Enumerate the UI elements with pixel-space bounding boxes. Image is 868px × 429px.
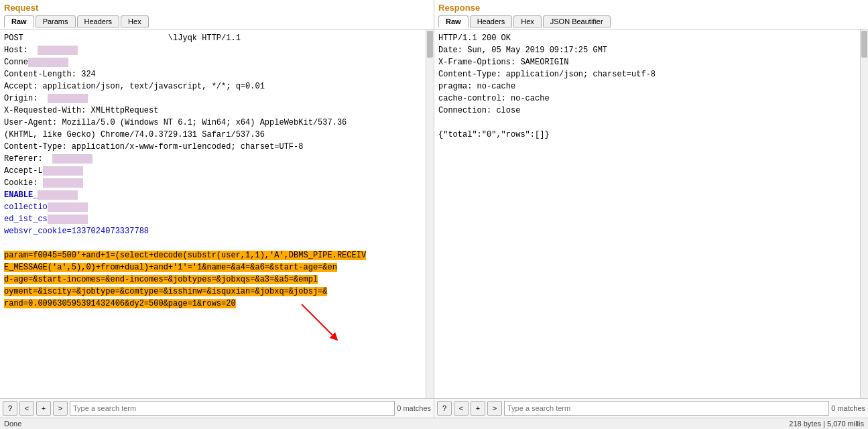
status-right: 218 bytes | 5,070 millis: [789, 420, 864, 428]
response-match-count: 0 matches: [831, 404, 865, 412]
request-line-post: POST \lJyqk HTTP/1.1: [4, 34, 241, 43]
collection-redacted: [48, 202, 88, 212]
response-search-input[interactable]: [504, 401, 829, 416]
request-tab-headers[interactable]: Headers: [77, 15, 120, 27]
response-status: HTTP/1.1 200 OK: [438, 34, 511, 43]
request-add-button[interactable]: +: [36, 401, 51, 416]
response-tab-headers[interactable]: Headers: [470, 15, 513, 27]
request-line-cookie: Cookie:: [4, 178, 83, 188]
response-tab-hex[interactable]: Hex: [513, 15, 542, 27]
request-line-enable: ENABLE_: [4, 190, 78, 200]
response-scrollbar-thumb: [861, 31, 867, 58]
status-left: Done: [4, 420, 21, 428]
response-content-wrapper: HTTP/1.1 200 OK Date: Sun, 05 May 2019 0…: [434, 29, 868, 398]
request-scrollbar-thumb: [427, 31, 433, 58]
response-content-type: Content-Type: application/json; charset=…: [438, 70, 656, 79]
response-cache: cache-control: no-cache: [438, 94, 550, 103]
request-line-ua: User-Agent: Mozilla/5.0 (Windows NT 6.1;…: [4, 118, 347, 127]
request-content: POST \lJyqk HTTP/1.1 Host: Conne Content…: [0, 29, 426, 398]
request-tab-bar: Raw Params Headers Hex: [4, 15, 430, 27]
response-tab-bar: Raw Headers Hex JSON Beautifier: [438, 15, 864, 27]
response-pragma: pragma: no-cache: [438, 82, 515, 91]
response-next-button[interactable]: >: [487, 401, 502, 416]
response-panel: Response Raw Headers Hex JSON Beautifier…: [434, 0, 868, 418]
request-prev-button[interactable]: <: [19, 401, 34, 416]
request-sql-payload: param=f0045=500'+and+1=(select+decode(su…: [4, 251, 366, 308]
cookie-redacted: [43, 178, 83, 188]
response-prev-button[interactable]: <: [454, 401, 469, 416]
request-header: Request Raw Params Headers Hex: [0, 0, 434, 29]
request-panel: Request Raw Params Headers Hex POST \lJy…: [0, 0, 434, 418]
red-arrow: [288, 298, 355, 351]
svg-line-0: [302, 304, 335, 338]
response-scrollbar[interactable]: [860, 29, 868, 398]
response-title: Response: [438, 3, 864, 13]
request-tab-params[interactable]: Params: [36, 15, 76, 27]
host-redacted: [38, 46, 78, 55]
request-scrollbar[interactable]: [426, 29, 434, 398]
request-title: Request: [4, 3, 430, 13]
response-footer: ? < + > 0 matches: [434, 398, 868, 418]
request-line-origin: Origin:: [4, 94, 88, 103]
origin-redacted: [48, 94, 88, 103]
status-bar: Done 218 bytes | 5,070 millis: [0, 418, 868, 429]
response-connection: Connection: close: [438, 106, 520, 115]
request-help-button[interactable]: ?: [3, 401, 17, 416]
request-tab-raw[interactable]: Raw: [4, 15, 34, 27]
request-tab-hex[interactable]: Hex: [121, 15, 149, 27]
request-line-length: Content-Length: 324: [4, 70, 96, 79]
request-line-xrw: X-Requested-With: XMLHttpRequest: [4, 106, 158, 115]
request-footer: ? < + > 0 matches: [0, 398, 434, 418]
request-line-acceptl: Accept-L: [4, 166, 83, 176]
response-date: Date: Sun, 05 May 2019 09:17:25 GMT: [438, 46, 607, 55]
response-tab-json[interactable]: JSON Beautifier: [543, 15, 611, 27]
response-add-button[interactable]: +: [471, 401, 485, 416]
response-body: {"total":"0","rows":[]}: [438, 130, 550, 139]
request-content-wrapper: POST \lJyqk HTTP/1.1 Host: Conne Content…: [0, 29, 434, 398]
request-match-count: 0 matches: [397, 404, 431, 412]
response-xframe: X-Frame-Options: SAMEORIGIN: [438, 58, 568, 67]
response-tab-raw[interactable]: Raw: [438, 15, 469, 27]
conn-redacted: [28, 58, 68, 67]
request-line-ed: ed_ist_cs: [4, 214, 88, 224]
request-next-button[interactable]: >: [53, 401, 68, 416]
request-line-host: Host:: [4, 46, 78, 55]
ed-redacted: [48, 214, 88, 224]
request-line-accept: Accept: application/json, text/javascrip…: [4, 82, 265, 91]
request-line-collection: collectio: [4, 202, 88, 212]
response-header: Response Raw Headers Hex JSON Beautifier: [434, 0, 868, 29]
request-line-khtml: (KHTML, like Gecko) Chrome/74.0.3729.131…: [4, 130, 265, 139]
request-search-input[interactable]: [70, 401, 395, 416]
referer-redacted: [52, 154, 92, 164]
request-line-connection: Conne: [4, 58, 68, 67]
request-line-ct: Content-Type: application/x-www-form-url…: [4, 142, 303, 151]
response-content: HTTP/1.1 200 OK Date: Sun, 05 May 2019 0…: [434, 29, 860, 398]
request-line-referer: Referer:: [4, 154, 92, 164]
enable-redacted: [38, 190, 78, 200]
request-line-websvr: websvr_cookie=1337024073337788: [4, 227, 149, 236]
response-help-button[interactable]: ?: [437, 401, 452, 416]
acceptl-redacted: [43, 166, 83, 176]
